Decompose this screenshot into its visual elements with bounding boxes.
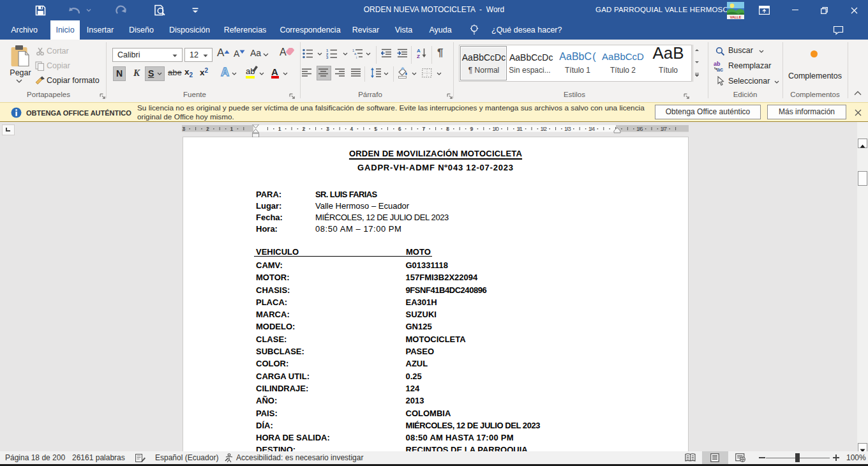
- svg-text:A: A: [417, 48, 421, 54]
- svg-text:VALLE: VALLE: [730, 15, 742, 19]
- svg-text:i: i: [356, 56, 357, 59]
- svg-text:3: 3: [326, 56, 329, 59]
- svg-text:ac: ac: [717, 66, 723, 72]
- svg-text:Z: Z: [417, 54, 420, 59]
